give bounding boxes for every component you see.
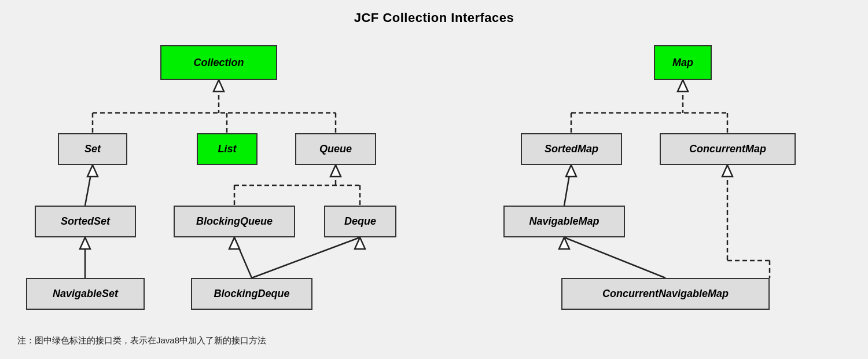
svg-marker-5 [214,80,224,91]
svg-marker-18 [355,237,365,249]
node-sortedmap: SortedMap [521,133,622,165]
svg-marker-25 [566,165,576,177]
svg-marker-7 [87,165,98,177]
page-title: JCF Collection Interfaces [0,0,868,25]
svg-line-17 [252,237,360,278]
svg-marker-27 [559,237,569,249]
node-collection: Collection [160,45,277,80]
node-sortedset: SortedSet [35,206,136,237]
svg-marker-14 [330,165,341,177]
svg-marker-9 [80,237,90,249]
svg-marker-16 [229,237,240,249]
note: 注：图中绿色标注的接口类，表示在Java8中加入了新的接口方法 [17,335,266,346]
svg-marker-31 [722,165,733,177]
svg-line-15 [234,237,252,278]
svg-line-24 [564,165,571,206]
node-blockingqueue: BlockingQueue [174,206,295,237]
svg-line-26 [564,237,665,278]
node-map: Map [654,45,712,80]
node-navigableset: NavigableSet [26,278,145,310]
node-queue: Queue [295,133,376,165]
node-concurrentnavigablemap: ConcurrentNavigableMap [561,278,770,310]
node-navigablemap: NavigableMap [503,206,625,237]
node-blockingdeque: BlockingDeque [191,278,312,310]
svg-marker-23 [678,80,688,91]
svg-line-6 [85,165,93,206]
node-concurrentmap: ConcurrentMap [660,133,796,165]
diagram-container: JCF Collection Interfaces [0,0,868,359]
node-set: Set [58,133,127,165]
node-list: List [197,133,258,165]
node-deque: Deque [324,206,396,237]
